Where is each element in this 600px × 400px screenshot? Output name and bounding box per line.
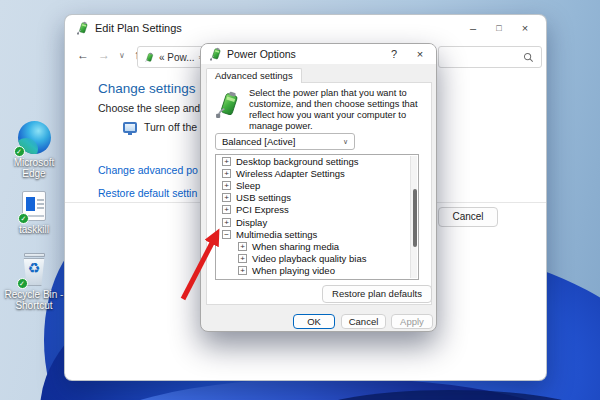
synced-check-icon: ✓ bbox=[18, 213, 29, 224]
expand-toggle[interactable]: + bbox=[222, 157, 231, 166]
tree-item[interactable]: + Video playback quality bias bbox=[216, 253, 418, 265]
plan-dropdown-value: Balanced [Active] bbox=[222, 136, 295, 147]
expand-toggle[interactable]: + bbox=[238, 242, 247, 251]
tree-item-multimedia-settings[interactable]: − Multimedia settings bbox=[216, 228, 418, 240]
tree-item[interactable]: + Desktop background settings bbox=[216, 155, 418, 167]
breadcrumb[interactable]: « Pow... bbox=[159, 52, 195, 63]
tab-advanced-settings[interactable]: Advanced settings bbox=[206, 68, 302, 83]
close-button[interactable]: × bbox=[512, 15, 538, 41]
cancel-button[interactable]: Cancel bbox=[341, 314, 386, 329]
maximize-button[interactable]: □ bbox=[486, 15, 512, 41]
control-panel-icon bbox=[144, 52, 155, 63]
settings-tree: + Desktop background settings + Wireless… bbox=[215, 154, 419, 280]
chevron-down-icon: ∨ bbox=[343, 134, 348, 149]
scrollbar[interactable] bbox=[410, 156, 417, 278]
dialog-description: Select the power plan that you want to c… bbox=[249, 88, 433, 132]
desktop-icon-label: Microsoft Edge bbox=[2, 157, 66, 179]
tree-item[interactable]: + Display bbox=[216, 216, 418, 228]
dialog-title: Power Options bbox=[227, 48, 296, 60]
page-title: Change settings bbox=[98, 81, 196, 96]
history-dropdown-icon[interactable]: ∨ bbox=[119, 51, 125, 60]
forward-button[interactable]: → bbox=[98, 48, 110, 62]
expand-toggle[interactable]: + bbox=[222, 181, 231, 190]
tree-item[interactable]: + Wireless Adapter Settings bbox=[216, 167, 418, 179]
collapse-toggle[interactable]: − bbox=[222, 230, 231, 239]
power-plan-icon bbox=[76, 21, 90, 35]
expand-toggle[interactable]: + bbox=[222, 205, 231, 214]
dialog-titlebar[interactable]: Power Options ? × bbox=[201, 44, 436, 64]
back-button[interactable]: ← bbox=[77, 48, 89, 62]
search-icon bbox=[523, 52, 534, 63]
expand-toggle[interactable]: + bbox=[222, 193, 231, 202]
intro-text: Choose the sleep and bbox=[98, 102, 200, 114]
display-icon bbox=[123, 122, 137, 133]
desktop-icon-taskkill[interactable]: ✓ taskkill bbox=[2, 191, 66, 235]
window-titlebar[interactable]: Edit Plan Settings – □ × bbox=[65, 15, 546, 41]
desktop: ✓ Microsoft Edge ✓ taskkill ♻ ✓ Recycle … bbox=[0, 0, 600, 400]
restore-defaults-link[interactable]: Restore default settin bbox=[98, 187, 197, 199]
close-icon[interactable]: × bbox=[410, 45, 430, 63]
synced-check-icon: ✓ bbox=[14, 146, 25, 157]
tree-item[interactable]: + When playing video bbox=[216, 265, 418, 277]
desktop-icon-label: taskkill bbox=[2, 224, 66, 235]
ok-button[interactable]: OK bbox=[293, 314, 335, 329]
synced-check-icon: ✓ bbox=[17, 278, 28, 289]
desktop-icon-recycle-bin[interactable]: ♻ ✓ Recycle Bin - Shortcut bbox=[2, 253, 66, 311]
power-options-icon bbox=[209, 47, 223, 61]
expand-toggle[interactable]: + bbox=[238, 254, 247, 263]
desktop-icon-microsoft-edge[interactable]: ✓ Microsoft Edge bbox=[2, 121, 66, 179]
change-advanced-power-link[interactable]: Change advanced po bbox=[98, 164, 198, 176]
tree-item[interactable]: + When sharing media bbox=[216, 240, 418, 252]
plan-dropdown[interactable]: Balanced [Active] ∨ bbox=[215, 133, 355, 150]
tree-item[interactable]: + Sleep bbox=[216, 179, 418, 191]
cancel-button[interactable]: Cancel bbox=[438, 207, 498, 227]
scrollbar-thumb[interactable] bbox=[413, 189, 417, 247]
power-options-dialog: Power Options ? × Advanced settings Sele… bbox=[200, 43, 437, 332]
tree-item[interactable]: + PCI Express bbox=[216, 204, 418, 216]
restore-plan-defaults-button[interactable]: Restore plan defaults bbox=[322, 285, 432, 303]
power-battery-icon bbox=[215, 90, 242, 119]
search-input[interactable] bbox=[438, 46, 542, 68]
desktop-icon-label: Recycle Bin - Shortcut bbox=[2, 289, 66, 311]
tab-page: Select the power plan that you want to c… bbox=[206, 82, 432, 305]
help-button[interactable]: ? bbox=[384, 45, 404, 63]
expand-toggle[interactable]: + bbox=[238, 266, 247, 275]
tree-item[interactable]: + USB settings bbox=[216, 192, 418, 204]
window-title: Edit Plan Settings bbox=[95, 22, 182, 34]
apply-button[interactable]: Apply bbox=[391, 314, 433, 329]
expand-toggle[interactable]: + bbox=[222, 169, 231, 178]
expand-toggle[interactable]: + bbox=[222, 218, 231, 227]
minimize-button[interactable]: – bbox=[460, 15, 486, 41]
